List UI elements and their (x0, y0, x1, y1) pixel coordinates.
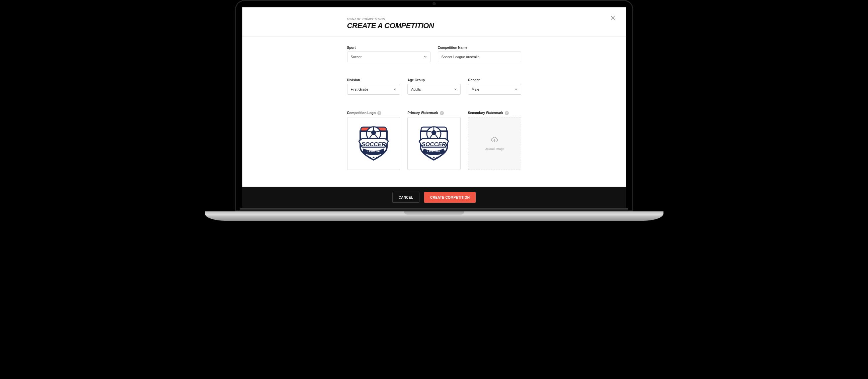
laptop-hinge (240, 208, 628, 211)
competition-name-label: Competition Name (438, 46, 467, 49)
gender-value: Male (472, 87, 479, 91)
modal-header: MANAGE COMPETITION CREATE A COMPETITION (242, 7, 626, 36)
cancel-button-label: CANCEL (399, 196, 413, 199)
create-competition-form: Sport Soccer Co (347, 46, 521, 180)
field-secondary-watermark: Secondary Watermark ? (468, 111, 521, 180)
create-competition-button-label: CREATE COMPETITION (430, 196, 470, 199)
svg-text:LEAGUE: LEAGUE (427, 150, 440, 153)
soccer-league-badge-red: SOCCER LEAGUE ★ ★ ★ (353, 121, 394, 166)
svg-text:SOCCER: SOCCER (361, 141, 385, 147)
laptop-camera (433, 2, 436, 5)
field-sport: Sport Soccer (347, 46, 431, 72)
breadcrumb: MANAGE COMPETITION (347, 18, 521, 21)
field-gender: Gender Male (468, 78, 521, 105)
division-select[interactable]: First Grade (347, 84, 400, 95)
primary-watermark-label: Primary Watermark (407, 111, 438, 115)
chevron-down-icon (454, 87, 457, 91)
competition-logo-upload[interactable]: SOCCER LEAGUE ★ ★ ★ (347, 117, 400, 170)
sport-label: Sport (347, 46, 356, 49)
field-primary-watermark: Primary Watermark ? (407, 111, 461, 180)
division-value: First Grade (351, 87, 369, 91)
sport-select[interactable]: Soccer (347, 51, 431, 62)
laptop-base (205, 211, 663, 221)
laptop-bezel: MANAGE COMPETITION CREATE A COMPETITION (235, 0, 633, 211)
svg-text:★ ★ ★: ★ ★ ★ (369, 156, 378, 159)
gender-select[interactable]: Male (468, 84, 521, 95)
create-competition-button[interactable]: CREATE COMPETITION (424, 192, 476, 203)
division-label: Division (347, 78, 360, 82)
help-icon[interactable]: ? (505, 111, 509, 115)
close-button[interactable] (609, 15, 617, 22)
secondary-watermark-upload[interactable]: Upload Image (468, 117, 521, 170)
svg-text:SOCCER: SOCCER (422, 141, 446, 147)
svg-text:LEAGUE: LEAGUE (367, 150, 380, 153)
help-icon[interactable]: ? (440, 111, 444, 115)
chevron-down-icon (393, 87, 396, 91)
svg-text:★ ★ ★: ★ ★ ★ (429, 156, 439, 159)
field-competition-name: Competition Name Soccer League Australia (438, 46, 521, 72)
page-title: CREATE A COMPETITION (347, 22, 521, 30)
age-group-value: Adults (411, 87, 421, 91)
modal-body: Sport Soccer Co (242, 36, 626, 187)
sport-value: Soccer (351, 55, 362, 59)
upload-placeholder-text: Upload Image (485, 147, 504, 150)
field-division: Division First Grade (347, 78, 400, 105)
laptop-screen: MANAGE COMPETITION CREATE A COMPETITION (242, 7, 626, 208)
competition-name-value: Soccer League Australia (441, 55, 480, 59)
chevron-down-icon (515, 87, 518, 91)
help-icon[interactable]: ? (377, 111, 381, 115)
header-inner: MANAGE COMPETITION CREATE A COMPETITION (347, 18, 521, 30)
modal-footer: CANCEL CREATE COMPETITION (242, 187, 626, 208)
field-age-group: Age Group Adults (407, 78, 461, 105)
chevron-down-icon (424, 55, 427, 59)
age-group-select[interactable]: Adults (407, 84, 461, 95)
soccer-league-badge-navy: SOCCER LEAGUE ★ ★ ★ (414, 121, 454, 166)
cancel-button[interactable]: CANCEL (392, 192, 420, 203)
age-group-label: Age Group (407, 78, 425, 82)
cloud-upload-icon (491, 136, 498, 144)
secondary-watermark-label: Secondary Watermark (468, 111, 503, 115)
competition-logo-label: Competition Logo (347, 111, 376, 115)
close-icon (610, 15, 616, 22)
laptop-mockup: MANAGE COMPETITION CREATE A COMPETITION (235, 0, 633, 221)
competition-name-input[interactable]: Soccer League Australia (438, 51, 521, 62)
primary-watermark-upload[interactable]: SOCCER LEAGUE ★ ★ ★ (407, 117, 461, 170)
field-competition-logo: Competition Logo ? (347, 111, 400, 180)
app-root: MANAGE COMPETITION CREATE A COMPETITION (242, 7, 626, 208)
gender-label: Gender (468, 78, 480, 82)
